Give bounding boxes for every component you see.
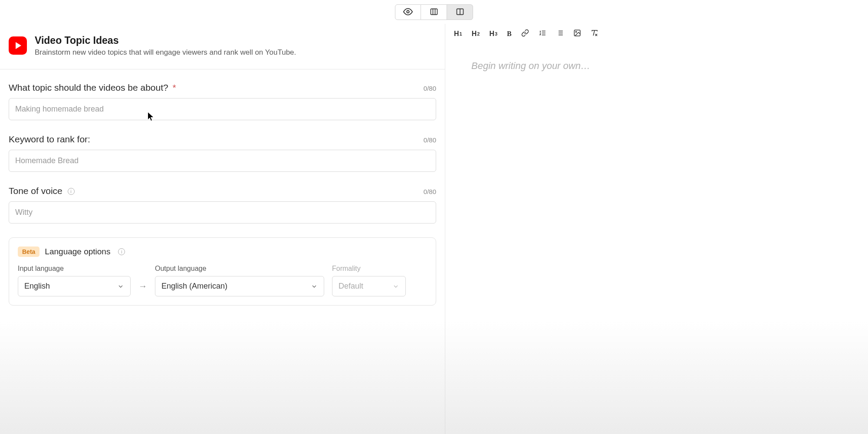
ordered-list-button[interactable] xyxy=(539,29,546,39)
svg-line-17 xyxy=(593,30,595,36)
clear-format-button[interactable] xyxy=(591,29,598,39)
tone-label: Tone of voice i xyxy=(9,186,75,196)
panel-split-icon xyxy=(456,7,464,17)
ordered-list-icon xyxy=(539,29,546,39)
input-language-value: English xyxy=(24,282,50,291)
tone-field: Tone of voice i 0/80 xyxy=(9,186,436,224)
tone-input[interactable] xyxy=(9,201,436,224)
link-button[interactable] xyxy=(521,29,529,39)
topic-input[interactable] xyxy=(9,98,436,120)
keyword-counter: 0/80 xyxy=(424,136,436,144)
output-language-label: Output language xyxy=(155,265,324,273)
editor-area[interactable]: Begin writing on your own… xyxy=(445,44,868,434)
heading3-button[interactable]: H3 xyxy=(489,30,497,38)
play-icon xyxy=(16,42,21,49)
formality-value: Default xyxy=(339,282,363,291)
bold-button[interactable]: B xyxy=(507,30,512,38)
page-header: Video Topic Ideas Brainstorm new video t… xyxy=(0,24,445,69)
svg-point-16 xyxy=(575,31,576,32)
topic-field: What topic should the videos be about? *… xyxy=(9,82,436,120)
info-icon[interactable]: i xyxy=(118,248,125,255)
editor-toolbar: H1 H2 H3 B xyxy=(445,24,868,44)
split-mode-button[interactable] xyxy=(447,4,473,20)
topic-label: What topic should the videos be about? * xyxy=(9,82,176,93)
form-panel: Video Topic Ideas Brainstorm new video t… xyxy=(0,24,445,434)
chevron-down-icon xyxy=(392,283,399,290)
unordered-list-icon xyxy=(556,29,564,39)
svg-rect-1 xyxy=(431,9,437,14)
heading2-button[interactable]: H2 xyxy=(472,30,480,38)
view-mode-toolbar xyxy=(395,4,473,20)
unordered-list-button[interactable] xyxy=(556,29,564,39)
clear-format-icon xyxy=(591,29,598,39)
arrow-right-icon: → xyxy=(138,281,147,296)
link-icon xyxy=(521,29,529,39)
page-subtitle: Brainstorm new video topics that will en… xyxy=(35,48,296,57)
panel-center-icon xyxy=(430,7,438,17)
eye-icon xyxy=(403,7,413,18)
language-options-box: Beta Language options i Input language E… xyxy=(9,237,436,306)
preview-mode-button[interactable] xyxy=(395,4,421,20)
svg-point-0 xyxy=(407,10,409,13)
required-indicator: * xyxy=(173,82,176,92)
output-language-value: English (American) xyxy=(161,282,227,291)
page-title: Video Topic Ideas xyxy=(35,35,296,46)
editor-panel: H1 H2 H3 B xyxy=(445,24,868,434)
input-language-select[interactable]: English xyxy=(18,276,131,296)
youtube-icon xyxy=(9,36,27,55)
language-options-title: Language options xyxy=(45,247,110,256)
image-button[interactable] xyxy=(573,29,581,39)
chevron-down-icon xyxy=(117,283,124,290)
chevron-down-icon xyxy=(311,283,318,290)
beta-badge: Beta xyxy=(18,247,39,257)
output-language-select[interactable]: English (American) xyxy=(155,276,324,296)
input-language-label: Input language xyxy=(18,265,131,273)
image-icon xyxy=(573,29,581,39)
info-icon[interactable]: i xyxy=(68,188,75,195)
keyword-field: Keyword to rank for: 0/80 xyxy=(9,134,436,172)
keyword-input[interactable] xyxy=(9,150,436,172)
tone-counter: 0/80 xyxy=(424,188,436,195)
editor-placeholder: Begin writing on your own… xyxy=(471,60,842,72)
center-mode-button[interactable] xyxy=(421,4,447,20)
keyword-label: Keyword to rank for: xyxy=(9,134,90,145)
heading1-button[interactable]: H1 xyxy=(454,30,462,38)
topic-counter: 0/80 xyxy=(424,85,436,92)
formality-select[interactable]: Default xyxy=(332,276,406,296)
formality-label: Formality xyxy=(332,265,406,273)
